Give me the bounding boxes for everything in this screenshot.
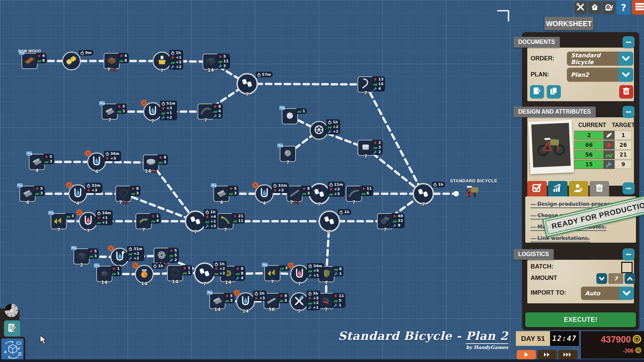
graph-node-n20[interactable]: 534 <box>213 186 229 202</box>
amount-field[interactable]: 7 <box>608 273 623 284</box>
graph-node-hF[interactable]: 1h7 <box>413 183 434 204</box>
time-gauge[interactable] <box>4 303 19 319</box>
collapse-design-button[interactable] <box>623 106 635 118</box>
order-chevron-down-icon[interactable] <box>619 52 633 66</box>
help-button[interactable]: ? <box>616 1 631 15</box>
graph-node-n26[interactable]: 147 <box>136 213 152 229</box>
worksheet-toggle-button[interactable] <box>4 320 21 337</box>
delete-plan-button[interactable] <box>619 85 633 99</box>
graph-node-n12[interactable]: 7 <box>280 146 296 162</box>
graph-node-n6[interactable]: 131547 <box>358 76 374 93</box>
collapse-documents-button[interactable] <box>623 36 635 48</box>
graph-node-n3[interactable]: 487+1 <box>104 53 120 69</box>
plan-chevron-down-icon[interactable] <box>619 68 633 82</box>
tab-statistics[interactable] <box>548 181 568 196</box>
new-plan-button[interactable] <box>530 85 544 99</box>
batch-checkbox[interactable] <box>621 262 633 273</box>
amount-decrease-button[interactable] <box>596 273 607 284</box>
graph-node-hB[interactable]: 1h7 <box>319 210 340 232</box>
graph-node-nB1[interactable]: 532 <box>73 248 90 264</box>
collapse-checklist-button[interactable] <box>623 182 635 194</box>
tab-clear[interactable] <box>590 181 609 196</box>
checkbox-icon <box>532 183 542 194</box>
graph-node-nB4[interactable]: 37 <box>264 265 280 281</box>
execute-button[interactable]: EXECUTE! <box>525 312 636 327</box>
graph-node-h57[interactable]: 57m7 <box>236 73 258 95</box>
wood-plank-sprite <box>23 54 36 68</box>
graph-node-nC1[interactable]: 5314 <box>209 293 225 309</box>
machine-settings-icon <box>252 181 259 190</box>
graph-node-cC2[interactable]: 3h+3+2+17 <box>290 292 309 311</box>
fastest-forward-button[interactable] <box>558 350 578 359</box>
graph-node-nC3[interactable]: 11517 <box>318 293 334 309</box>
graph-node-bike[interactable] <box>466 185 478 198</box>
graph-node-c7[interactable]: 32m+34 <box>255 184 274 203</box>
snail-button[interactable] <box>602 1 615 14</box>
graph-node-n5[interactable]: 511214 <box>203 54 219 70</box>
tab-checklist[interactable] <box>527 181 547 196</box>
node-badges: 21m+3+3 <box>328 182 345 197</box>
red-badge: 40 <box>393 214 403 218</box>
plan-dropdown[interactable]: Plan2 <box>567 68 633 82</box>
graph-node-n14[interactable]: 534 <box>29 154 45 170</box>
green-badge: 8 <box>236 271 244 276</box>
graph-node-n1[interactable]: 48 <box>21 53 38 69</box>
graph-node-n10[interactable]: 1 <box>282 108 298 124</box>
node-badges: 57m <box>256 72 273 77</box>
dip-blue-sprite <box>72 187 84 200</box>
graph-node-n23[interactable]: 1167 <box>346 186 362 202</box>
collapse-logistics-button[interactable] <box>623 248 635 260</box>
copy-plan-button[interactable] <box>547 85 561 99</box>
graph-node-c2[interactable]: 1h+1+3+27 <box>153 52 171 70</box>
graph-node-nB5[interactable]: 1114 <box>167 265 183 281</box>
graph-node-hA[interactable]: 1h+4+1+37 <box>185 210 206 232</box>
graph-node-n17[interactable]: 534 <box>19 186 36 202</box>
graph-node-c5[interactable]: 36m+34 <box>87 153 106 171</box>
graph-node-cB3[interactable]: 34m+5+17 <box>290 265 309 284</box>
graph-node-n19[interactable]: 837+1 <box>115 186 131 202</box>
green-badge: +1 <box>97 220 111 225</box>
graph-node-n9[interactable]: 8427 <box>198 104 214 120</box>
graph-node-c8[interactable]: 34m+1+17 <box>79 212 98 231</box>
node-badges: 83 <box>157 155 168 165</box>
node-badges: 34m+1+1 <box>96 210 113 225</box>
blue-badge: 2 <box>373 150 381 154</box>
time-badge: 32m <box>87 183 101 188</box>
node-badges: 1151 <box>332 293 345 308</box>
graph-node-c3[interactable]: 51m+3+1+27 <box>143 102 162 121</box>
graph-node-n24[interactable]: 37 <box>51 213 67 229</box>
import-to-dropdown[interactable]: Auto <box>581 287 634 300</box>
machine-settings-icon <box>65 181 73 190</box>
graph-node-nB3[interactable]: 1114 <box>96 266 112 282</box>
graph-node-h21[interactable]: 21m+3+37 <box>309 183 330 204</box>
tools-button[interactable] <box>574 1 587 14</box>
graph-node-c6[interactable]: 32m+34 <box>68 184 87 203</box>
graph-node-n28[interactable]: 403297 <box>377 213 393 229</box>
order-dropdown[interactable]: Standard Bicycle <box>567 52 633 66</box>
graph-node-n22[interactable]: 837+1 <box>286 186 303 202</box>
graph-node-n13[interactable]: 2327 <box>358 140 374 156</box>
graph-node-cB1[interactable]: 31m+2+22 <box>110 248 129 266</box>
tab-workers[interactable] <box>569 181 588 196</box>
graph-node-cC1[interactable]: 2h+314 <box>236 292 255 311</box>
menu-button[interactable] <box>632 0 644 15</box>
graph-node-hC[interactable]: 1h+2+27 <box>194 262 215 284</box>
ball-gray-sprite <box>282 147 294 161</box>
graph-node-n27[interactable]: 21117 <box>217 213 233 229</box>
blueprint-mode-widget[interactable] <box>1 339 23 362</box>
graph-node-n7[interactable]: 537 <box>102 104 118 120</box>
graph-node-nB2[interactable]: 55214+2 <box>154 248 170 264</box>
graph-node-n16[interactable]: 8314+1 <box>143 155 159 171</box>
graph-node-cB2[interactable]: 1h14 <box>135 265 154 284</box>
home-button[interactable] <box>588 1 601 14</box>
play-button[interactable] <box>517 350 536 359</box>
amount-increase-button[interactable] <box>625 273 635 284</box>
blue-badge: +1 <box>308 273 322 278</box>
fast-forward-button[interactable] <box>537 350 557 359</box>
node-badges: 13154 <box>372 76 385 92</box>
blue-badge: 2 <box>218 64 228 68</box>
graph-node-c4[interactable]: 1h+2+2 <box>310 121 328 140</box>
graph-node-c1[interactable]: 9m <box>62 52 81 70</box>
node-badges: 53 <box>228 186 238 196</box>
import-chevron-down-icon[interactable] <box>619 287 634 300</box>
